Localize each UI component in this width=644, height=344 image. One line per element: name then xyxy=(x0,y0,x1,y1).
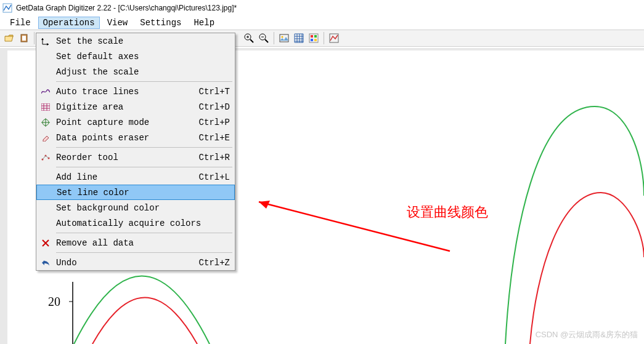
app-icon xyxy=(2,3,12,13)
menu-auto-trace[interactable]: Auto trace lines Ctrl+T xyxy=(36,84,235,99)
svg-rect-18 xyxy=(0,48,7,344)
label: Point capture mode xyxy=(52,118,199,127)
operations-dropdown: Set the scale Set default axes Adjust th… xyxy=(36,33,235,271)
separator xyxy=(56,81,232,82)
shortcut: Ctrl+R xyxy=(199,153,230,162)
undo-icon xyxy=(39,259,52,266)
menu-point-capture[interactable]: Point capture mode Ctrl+P xyxy=(36,114,235,130)
menu-set-bg-color[interactable]: Set background color xyxy=(36,200,235,215)
color-palette-icon[interactable] xyxy=(307,31,320,45)
separator xyxy=(56,233,232,233)
separator xyxy=(324,32,324,44)
label: Data points eraser xyxy=(52,133,199,143)
menu-set-scale[interactable]: Set the scale xyxy=(36,33,235,49)
label: Undo xyxy=(52,258,199,268)
grid-icon[interactable] xyxy=(292,31,306,45)
menu-add-line[interactable]: Add line Ctrl+L xyxy=(36,169,235,185)
chart-icon[interactable] xyxy=(327,31,341,45)
menu-adjust-scale[interactable]: Adjust the scale xyxy=(36,64,235,79)
eraser-icon xyxy=(39,134,52,142)
separator xyxy=(56,167,232,167)
window-title: GetData Graph Digitizer 2.22 - [C:\Users… xyxy=(16,4,237,12)
zoom-in-icon[interactable] xyxy=(242,31,256,45)
separator xyxy=(274,32,274,44)
svg-rect-15 xyxy=(311,39,313,41)
label: Reorder tool xyxy=(52,153,199,162)
label: Set line color xyxy=(53,188,229,198)
grid-area-icon xyxy=(39,103,52,111)
menu-digitize-area[interactable]: Digitize area Ctrl+D xyxy=(36,99,235,114)
menu-remove-all[interactable]: Remove all data xyxy=(36,235,235,250)
crosshair-icon xyxy=(39,118,52,127)
menubar: File Operations View Settings Help xyxy=(0,16,644,30)
menu-reorder[interactable]: Reorder tool Ctrl+R xyxy=(36,150,235,165)
menu-view[interactable]: View xyxy=(102,17,133,29)
shortcut: Ctrl+D xyxy=(199,102,230,112)
menu-set-default-axes[interactable]: Set default axes xyxy=(36,49,235,64)
separator xyxy=(34,32,35,44)
trace-icon xyxy=(39,89,52,95)
label: Set background color xyxy=(52,203,230,213)
titlebar: GetData Graph Digitizer 2.22 - [C:\Users… xyxy=(0,0,644,16)
svg-line-8 xyxy=(265,39,268,42)
menu-operations[interactable]: Operations xyxy=(38,17,100,29)
label: Set default axes xyxy=(52,52,230,62)
svg-line-4 xyxy=(250,39,253,42)
label: Auto trace lines xyxy=(52,87,199,97)
shortcut: Ctrl+L xyxy=(199,172,230,182)
svg-rect-16 xyxy=(314,39,317,41)
x-icon xyxy=(39,239,52,247)
svg-rect-14 xyxy=(314,35,317,38)
menu-data-eraser[interactable]: Data points eraser Ctrl+E xyxy=(36,130,235,145)
label: Digitize area xyxy=(52,102,199,112)
axes-icon xyxy=(39,37,52,46)
shortcut: Ctrl+Z xyxy=(199,258,230,268)
svg-point-11 xyxy=(282,36,283,38)
svg-rect-2 xyxy=(22,36,26,41)
shortcut: Ctrl+E xyxy=(199,133,230,143)
shortcut: Ctrl+P xyxy=(199,118,230,127)
menu-auto-colors[interactable]: Automatically acquire colors xyxy=(36,215,235,231)
open-icon[interactable] xyxy=(2,31,16,45)
reorder-icon xyxy=(39,154,52,161)
label: Remove all data xyxy=(52,238,230,248)
y-tick-20: 20 xyxy=(48,295,60,308)
zoom-out-icon[interactable] xyxy=(257,31,271,45)
label: Set the scale xyxy=(52,36,230,46)
label: Add line xyxy=(52,172,199,182)
shortcut: Ctrl+T xyxy=(199,87,230,97)
menu-set-line-color[interactable]: Set line color xyxy=(36,185,235,200)
watermark: CSDN @云烟成雨&房东的猫 xyxy=(536,329,638,340)
image-icon[interactable] xyxy=(277,31,291,45)
menu-undo[interactable]: Undo Ctrl+Z xyxy=(36,255,235,270)
menu-settings[interactable]: Settings xyxy=(135,17,186,29)
annotation-label: 设置曲线颜色 xyxy=(407,203,488,222)
menu-file[interactable]: File xyxy=(5,17,36,29)
separator xyxy=(56,147,232,148)
label: Automatically acquire colors xyxy=(52,218,230,228)
label: Adjust the scale xyxy=(52,67,230,77)
svg-rect-13 xyxy=(311,35,313,38)
svg-rect-10 xyxy=(280,34,288,42)
menu-help[interactable]: Help xyxy=(189,17,219,29)
separator xyxy=(56,252,232,253)
paste-icon[interactable] xyxy=(17,31,31,45)
